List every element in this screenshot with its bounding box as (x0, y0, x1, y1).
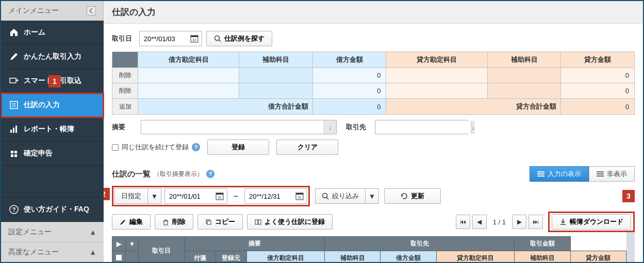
dropdown-arrow-icon[interactable]: ↓ (324, 120, 336, 134)
date-mode-select[interactable]: 日指定 ▼ (114, 188, 161, 204)
credit-total-label: 貸方合計金額 (386, 99, 561, 115)
col-amount: 取引金額 (515, 237, 570, 251)
transaction-date-input[interactable]: 31 (139, 31, 202, 46)
refresh-icon (401, 192, 408, 200)
copy-button[interactable]: コピー (197, 214, 243, 230)
edit-button[interactable]: 編集 (112, 214, 151, 230)
date-filter-frame: 日指定 ▼ 31 ～ 31 (112, 186, 310, 206)
clear-button[interactable]: クリア (276, 139, 338, 155)
date-from-input[interactable]: 31 (164, 188, 227, 204)
row-delete-button[interactable]: 削除 (112, 68, 138, 83)
sidebar-settings[interactable]: 設定メニュー ▲ (1, 222, 104, 242)
cell-credit-sub[interactable] (487, 68, 561, 83)
delete-button[interactable]: 削除 (155, 214, 193, 230)
home-icon (9, 28, 19, 37)
cell-credit-sub[interactable] (487, 83, 561, 99)
doc-icon (9, 149, 19, 158)
partner-field[interactable] (375, 121, 471, 133)
svg-rect-29 (296, 193, 303, 195)
callout-3: 3 (622, 190, 635, 202)
date-to-input[interactable]: 31 (244, 188, 307, 204)
view-hide-button[interactable]: 非表示 (589, 166, 635, 182)
help-icon: ? (9, 205, 19, 214)
nav-label: 使い方ガイド・FAQ (24, 205, 89, 214)
nav-guide-faq[interactable]: ? 使い方ガイド・FAQ (1, 197, 104, 222)
date-to-field[interactable] (245, 190, 292, 202)
nav-home[interactable]: ホーム (1, 21, 104, 45)
sidebar-advanced-label: 高度なメニュー (8, 248, 59, 257)
col-memo: 摘要 (185, 237, 324, 251)
cell-credit-amt[interactable]: 0 (561, 68, 635, 83)
sidebar: メインメニュー ホーム かんたん取引入力 スマート取引取込 1 仕訳の入力 レポ… (1, 1, 104, 262)
nav-label: かんたん取引入力 (24, 52, 81, 61)
cell-credit-acct[interactable] (386, 83, 487, 99)
sidebar-header-title: メインメニュー (8, 6, 59, 15)
row-delete-button[interactable]: 削除 (112, 83, 138, 99)
summary-input[interactable]: ↓ (141, 120, 337, 134)
dropdown-arrow-icon[interactable]: ↓ (471, 120, 475, 134)
expand-toggle[interactable]: ▶ (112, 237, 126, 251)
cell-credit-amt[interactable]: 0 (561, 83, 635, 99)
help-icon[interactable]: ? (192, 143, 200, 151)
nav-label: ホーム (24, 28, 45, 37)
search-icon (322, 192, 329, 200)
bookmark-button[interactable]: よく使う仕訳に登録 (247, 214, 333, 230)
nav-journal-entry[interactable]: 仕訳の入力 (1, 93, 104, 117)
nav-reports[interactable]: レポート・帳簿 (1, 117, 104, 142)
pager-prev[interactable]: ◀ (472, 215, 487, 229)
svg-rect-0 (10, 78, 16, 83)
calendar-icon[interactable]: 31 (212, 192, 227, 200)
partner-input[interactable]: ↓ (375, 120, 468, 134)
nav-tax-return[interactable]: 確定申告 (1, 142, 104, 166)
cell-debit-amt[interactable]: 0 (312, 83, 386, 99)
col-date[interactable]: 取引日 (138, 237, 185, 262)
svg-point-31 (323, 194, 327, 198)
download-icon (559, 218, 567, 225)
find-example-button[interactable]: 仕訳例を探す (206, 31, 272, 46)
cell-debit-sub[interactable] (239, 68, 313, 83)
cell-debit-sub[interactable] (239, 83, 313, 99)
scrollbar-stub[interactable] (626, 232, 635, 262)
nav-easy-entry[interactable]: かんたん取引入力 (1, 45, 104, 69)
cell-debit-amt[interactable]: 0 (312, 68, 386, 83)
main: 仕訳の入力 取引日 31 仕訳例を探す 借方勘定科目 (104, 1, 643, 262)
pager-first[interactable]: ⏮ (456, 215, 470, 229)
cell-credit-acct[interactable] (386, 68, 487, 83)
collapse-toggle[interactable]: ▼ (126, 237, 139, 251)
pager-text: 1 / 1 (489, 218, 510, 226)
view-show-button[interactable]: 入力の表示 (530, 166, 589, 182)
pager-next[interactable]: ▶ (512, 215, 526, 229)
nav-smart-import[interactable]: スマート取引取込 1 (1, 69, 104, 93)
col-debit-sub: 補助科目 (325, 251, 381, 262)
sidebar-advanced[interactable]: 高度なメニュー ▲ (1, 242, 104, 262)
summary-field[interactable] (141, 121, 324, 133)
list-icon (597, 171, 604, 177)
date-from-field[interactable] (165, 190, 212, 202)
view-toggle: 入力の表示 非表示 (530, 166, 635, 182)
chevron-up-icon: ▲ (89, 228, 96, 236)
callout-1: 1 (48, 75, 61, 87)
register-button[interactable]: 登録 (207, 139, 269, 155)
page-title: 仕訳の入力 (104, 1, 643, 24)
checkbox-all[interactable] (112, 251, 126, 262)
date-field[interactable] (140, 33, 187, 45)
nav-label: レポート・帳簿 (24, 125, 74, 134)
pencil-icon (120, 219, 126, 225)
sidebar-collapse-button[interactable] (87, 6, 96, 15)
repeat-check-label: 同じ仕訳を続けて登録 (122, 143, 189, 152)
cell-debit-acct[interactable] (138, 83, 239, 99)
svg-rect-6 (13, 128, 14, 133)
pager-last[interactable]: ⏭ (529, 215, 543, 229)
refresh-button[interactable]: 更新 (384, 188, 441, 204)
svg-rect-10 (11, 154, 13, 157)
calendar-icon[interactable]: 31 (292, 192, 307, 200)
help-icon[interactable]: ? (206, 170, 214, 178)
cell-debit-acct[interactable] (138, 68, 239, 83)
repeat-checkbox[interactable]: 同じ仕訳を続けて登録 ? (112, 143, 200, 152)
credit-total-value: 0 (561, 99, 635, 115)
calendar-icon[interactable]: 31 (187, 34, 202, 43)
download-button[interactable]: 帳簿ダウンロード (552, 214, 631, 230)
row-add-button[interactable]: 追加 (112, 99, 138, 115)
repeat-check-input[interactable] (112, 144, 119, 151)
filter-button[interactable]: 絞り込み ▼ (315, 188, 379, 204)
